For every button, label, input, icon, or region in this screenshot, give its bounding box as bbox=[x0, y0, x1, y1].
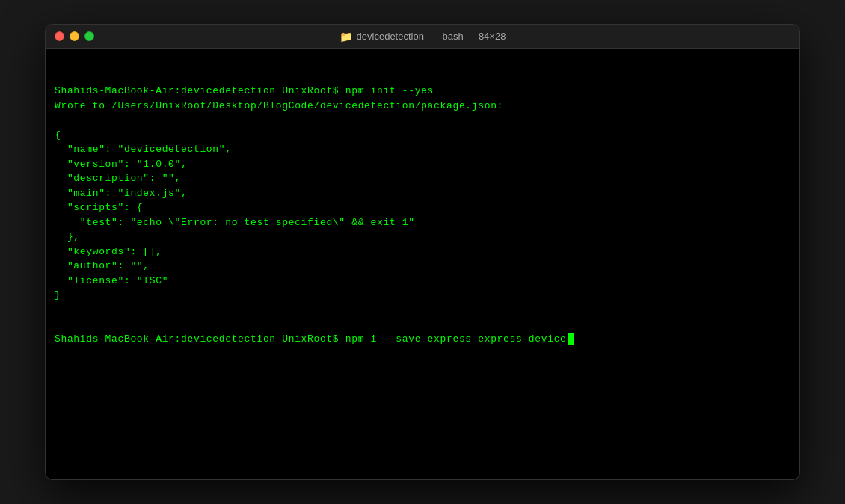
terminal-window: 📁 devicedetection — -bash — 84×28 Shahid… bbox=[45, 24, 800, 480]
terminal-line: Shahids-MacBook-Air:devicedetection Unix… bbox=[55, 332, 790, 347]
terminal-line: Wrote to /Users/UnixRoot/Desktop/BlogCod… bbox=[55, 99, 790, 114]
terminal-line: }, bbox=[55, 230, 790, 245]
terminal-line: "scripts": { bbox=[55, 200, 790, 215]
close-button[interactable] bbox=[55, 31, 64, 41]
terminal-line: } bbox=[55, 288, 790, 303]
terminal-line: "name": "devicedetection", bbox=[55, 142, 790, 157]
terminal-line: "main": "index.js", bbox=[55, 186, 790, 201]
folder-icon: 📁 bbox=[339, 31, 352, 43]
terminal-line bbox=[55, 317, 790, 332]
terminal-line: { bbox=[55, 128, 790, 143]
terminal-line: "test": "echo \"Error: no test specified… bbox=[55, 215, 790, 230]
terminal-cursor bbox=[568, 333, 574, 345]
terminal-line: "description": "", bbox=[55, 171, 790, 186]
traffic-lights bbox=[55, 31, 94, 41]
terminal-line: "license": "ISC" bbox=[55, 274, 790, 289]
titlebar-label: 📁 devicedetection — -bash — 84×28 bbox=[339, 31, 506, 43]
terminal-line bbox=[55, 113, 790, 128]
minimize-button[interactable] bbox=[70, 31, 79, 41]
terminal-line bbox=[55, 303, 790, 318]
maximize-button[interactable] bbox=[84, 31, 94, 41]
titlebar: 📁 devicedetection — -bash — 84×28 bbox=[46, 25, 799, 49]
window-title: devicedetection — -bash — 84×28 bbox=[357, 31, 506, 42]
terminal-line: "author": "", bbox=[55, 259, 790, 274]
terminal-line: "version": "1.0.0", bbox=[55, 157, 790, 172]
terminal-line: "keywords": [], bbox=[55, 245, 790, 259]
terminal-line: Shahids-MacBook-Air:devicedetection Unix… bbox=[55, 84, 790, 99]
terminal-content[interactable]: Shahids-MacBook-Air:devicedetection Unix… bbox=[46, 49, 799, 479]
